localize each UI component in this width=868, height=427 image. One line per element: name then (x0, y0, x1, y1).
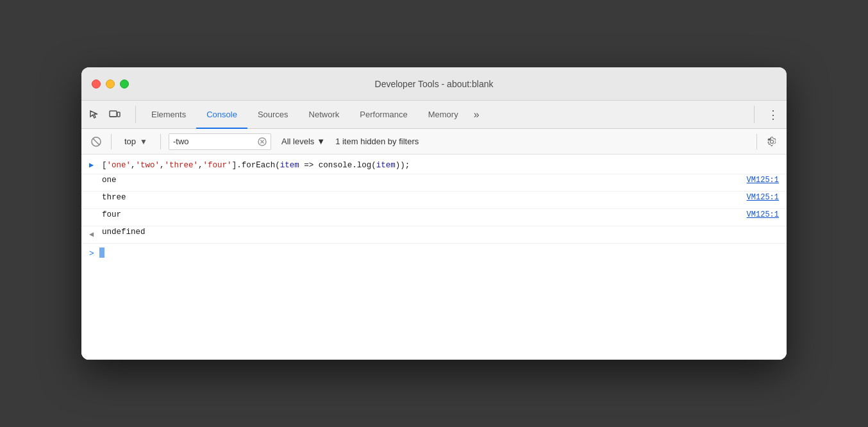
console-code: ['one','two','three','four'].forEach(ite… (102, 158, 779, 172)
tab-bar: Elements Console Sources Network Perform… (81, 101, 787, 129)
output-text-one: one (102, 176, 737, 185)
svg-rect-1 (117, 112, 120, 117)
console-toolbar: top ▼ All levels ▼ 1 item hidden by (81, 129, 787, 155)
devtools-menu-button[interactable]: ⋮ (760, 101, 787, 128)
source-link-four[interactable]: VM125:1 (737, 210, 779, 219)
toolbar-separator-2 (160, 134, 161, 149)
console-output-four: ▶ four VM125:1 (81, 209, 787, 226)
tab-console[interactable]: Console (196, 101, 247, 129)
output-text-four: four (102, 210, 737, 219)
toolbar-separator-3 (756, 134, 757, 149)
svg-line-4 (93, 138, 99, 145)
devtools-window: Developer Tools - about:blank (81, 67, 787, 360)
filter-input-wrap (169, 133, 271, 150)
source-link-three[interactable]: VM125:1 (737, 193, 779, 202)
context-label: top (124, 137, 136, 146)
hidden-count-label: 1 item hidden by filters (335, 137, 749, 146)
return-value: undefined (102, 228, 779, 237)
filter-clear-button[interactable] (258, 137, 267, 146)
levels-label: All levels (281, 137, 314, 146)
close-button[interactable] (92, 80, 101, 88)
console-area: ▶ ['one','two','three','four'].forEach(i… (81, 155, 787, 360)
filter-input[interactable] (173, 137, 258, 146)
console-input-entry: ▶ ['one','two','three','four'].forEach(i… (81, 157, 787, 174)
clear-console-button[interactable] (89, 135, 103, 149)
tab-right-separator (754, 106, 755, 123)
console-return-undefined: ◀ undefined (81, 226, 787, 244)
context-selector[interactable]: top ▼ (119, 134, 153, 149)
toolbar-separator-1 (111, 134, 112, 149)
levels-arrow-icon: ▼ (317, 137, 325, 146)
tabs: Elements Console Sources Network Perform… (141, 101, 749, 128)
device-emulation-icon[interactable] (107, 107, 122, 122)
svg-rect-0 (110, 111, 117, 117)
tab-network[interactable]: Network (299, 101, 350, 129)
console-prompt[interactable]: > (81, 244, 787, 262)
console-settings-button[interactable] (765, 135, 779, 149)
inspect-element-icon[interactable] (87, 107, 102, 122)
tab-memory[interactable]: Memory (418, 101, 469, 129)
prompt-cursor (99, 247, 104, 258)
minimize-button[interactable] (106, 80, 115, 88)
tab-bar-separator (135, 106, 136, 123)
output-text-three: three (102, 193, 737, 202)
return-arrow-icon: ◀ (89, 228, 97, 242)
tab-elements[interactable]: Elements (141, 101, 196, 129)
console-output-one: ▶ one VM125:1 (81, 174, 787, 192)
expand-arrow-icon[interactable]: ▶ (89, 158, 97, 172)
window-title: Developer Tools - about:blank (375, 79, 494, 89)
tab-performance[interactable]: Performance (349, 101, 417, 129)
levels-selector[interactable]: All levels ▼ (276, 134, 330, 149)
source-link-one[interactable]: VM125:1 (737, 176, 779, 185)
tab-bar-icons (87, 101, 130, 128)
more-tabs-button[interactable]: » (469, 101, 485, 128)
context-arrow-icon: ▼ (140, 137, 147, 146)
tab-sources[interactable]: Sources (247, 101, 299, 129)
prompt-icon: > (89, 248, 94, 258)
console-output-three: ▶ three VM125:1 (81, 192, 787, 209)
traffic-lights (92, 80, 129, 88)
title-bar: Developer Tools - about:blank (81, 67, 787, 101)
maximize-button[interactable] (120, 80, 129, 88)
devtools-content: Elements Console Sources Network Perform… (81, 101, 787, 360)
